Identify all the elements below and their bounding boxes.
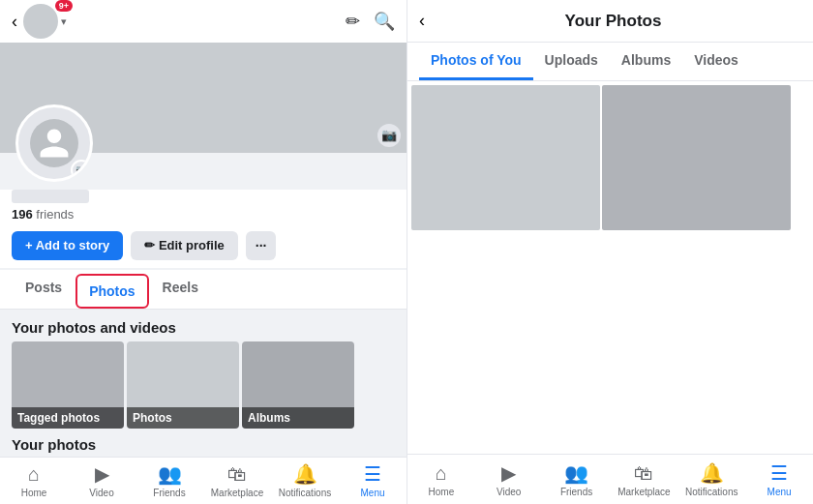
right-top-bar: ‹ Your Photos <box>407 0 813 43</box>
home-icon: ⌂ <box>28 463 40 486</box>
right-tab-photos-of-you[interactable]: Photos of You <box>419 43 533 80</box>
right-nav-notifications-label: Notifications <box>685 487 738 497</box>
video-icon: ▶ <box>95 462 109 486</box>
bottom-nav-right: ⌂ Home ▶ Video 👥 Friends 🛍 Marketplace 🔔… <box>407 454 813 504</box>
right-photo-bg-2 <box>602 85 791 230</box>
right-nav-home[interactable]: ⌂ Home <box>407 462 475 497</box>
right-nav-marketplace[interactable]: 🛍 Marketplace <box>610 462 678 497</box>
camera-cover-icon[interactable]: 📷 <box>377 124 401 147</box>
right-nav-menu-label: Menu <box>768 487 792 497</box>
marketplace-icon: 🛍 <box>227 463 247 486</box>
right-nav-menu[interactable]: ☰ Menu <box>745 461 813 497</box>
right-nav-notifications[interactable]: 🔔 Notifications <box>678 461 745 497</box>
photo-thumb-photos[interactable]: Photos <box>127 341 239 429</box>
avatar-image <box>30 119 78 167</box>
camera-avatar-icon[interactable]: 📷 <box>71 160 92 181</box>
nav-friends-label: Friends <box>153 488 185 498</box>
your-photos-section: Your photos <box>0 429 406 457</box>
right-tab-videos[interactable]: Videos <box>682 43 750 80</box>
notification-badge[interactable]: 9+ ▾ <box>23 4 67 39</box>
search-icon[interactable]: 🔍 <box>374 11 395 32</box>
edit-profile-button[interactable]: ✏ Edit profile <box>131 231 238 260</box>
tab-posts[interactable]: Posts <box>12 270 75 309</box>
right-marketplace-icon: 🛍 <box>634 462 653 485</box>
profile-info: 196 friends + Add to story ✏ Edit profil… <box>0 190 406 268</box>
right-home-icon: ⌂ <box>436 462 447 485</box>
nav-marketplace-label: Marketplace <box>211 488 263 498</box>
back-button[interactable]: ‹ <box>12 12 17 32</box>
nav-home-label: Home <box>21 488 47 498</box>
edit-icon[interactable]: ✏ <box>346 11 360 32</box>
right-menu-icon: ☰ <box>770 461 788 485</box>
nav-marketplace[interactable]: 🛍 Marketplace <box>203 463 271 498</box>
cover-photo: 📷 📷 <box>0 43 406 153</box>
dropdown-arrow: ▾ <box>61 15 67 28</box>
right-tab-albums[interactable]: Albums <box>610 43 682 80</box>
nav-menu-label: Menu <box>360 488 384 498</box>
nav-menu[interactable]: ☰ Menu <box>339 462 406 498</box>
left-panel: ‹ 9+ ▾ ✏ 🔍 📷 📷 196 friends <box>0 0 406 504</box>
right-nav-friends[interactable]: 👥 Friends <box>543 461 611 497</box>
right-notifications-icon: 🔔 <box>700 461 724 485</box>
right-photo-2[interactable] <box>602 85 791 230</box>
right-panel: ‹ Your Photos Photos of You Uploads Albu… <box>406 0 813 504</box>
right-nav-marketplace-label: Marketplace <box>617 487 670 497</box>
notifications-icon: 🔔 <box>293 462 317 486</box>
right-photo-bg-1 <box>411 85 600 230</box>
photo-grid: Tagged photos Photos Albums <box>0 341 406 429</box>
friends-icon: 👥 <box>158 462 182 486</box>
photo-label-albums: Albums <box>242 407 354 429</box>
right-photo-1[interactable] <box>411 85 600 230</box>
top-bar: ‹ 9+ ▾ ✏ 🔍 <box>0 0 406 43</box>
right-nav-video-label: Video <box>497 487 521 497</box>
photo-thumb-tagged[interactable]: Tagged photos <box>12 341 124 429</box>
right-title: Your Photos <box>425 12 801 31</box>
bottom-nav-left: ⌂ Home ▶ Video 👥 Friends 🛍 Marketplace 🔔… <box>0 457 406 504</box>
right-photos-grid <box>407 81 813 454</box>
profile-avatar-small <box>23 4 58 39</box>
notification-count: 9+ <box>55 0 73 12</box>
section-title: Your photos and videos <box>0 310 406 341</box>
right-tab-uploads[interactable]: Uploads <box>533 43 610 80</box>
top-bar-right: ✏ 🔍 <box>346 11 395 32</box>
right-nav-home-label: Home <box>429 487 455 497</box>
nav-video[interactable]: ▶ Video <box>68 462 136 498</box>
add-story-button[interactable]: + Add to story <box>12 231 123 260</box>
right-tabs: Photos of You Uploads Albums Videos <box>407 43 813 81</box>
photo-thumb-albums[interactable]: Albums <box>242 341 354 429</box>
friends-count: 196 friends <box>12 207 395 222</box>
profile-tabs: Posts Photos Reels <box>0 270 406 310</box>
top-bar-left: ‹ 9+ ▾ <box>12 4 67 39</box>
right-video-icon: ▶ <box>501 461 516 485</box>
right-nav-friends-label: Friends <box>560 487 592 497</box>
action-buttons: + Add to story ✏ Edit profile ··· <box>12 231 395 260</box>
right-friends-icon: 👥 <box>564 461 588 485</box>
right-nav-video[interactable]: ▶ Video <box>475 461 543 497</box>
nav-notifications[interactable]: 🔔 Notifications <box>271 462 339 498</box>
name-placeholder <box>12 190 89 203</box>
nav-friends[interactable]: 👥 Friends <box>136 462 203 498</box>
more-button[interactable]: ··· <box>246 231 277 260</box>
nav-video-label: Video <box>89 488 113 498</box>
tab-photos[interactable]: Photos <box>75 274 148 309</box>
profile-avatar: 📷 <box>15 104 93 182</box>
nav-home[interactable]: ⌂ Home <box>0 463 68 498</box>
menu-icon: ☰ <box>364 462 381 486</box>
nav-notifications-label: Notifications <box>279 488 331 498</box>
tab-reels[interactable]: Reels <box>149 270 212 309</box>
photo-label-tagged: Tagged photos <box>12 407 124 429</box>
photo-label-photos: Photos <box>127 407 239 429</box>
